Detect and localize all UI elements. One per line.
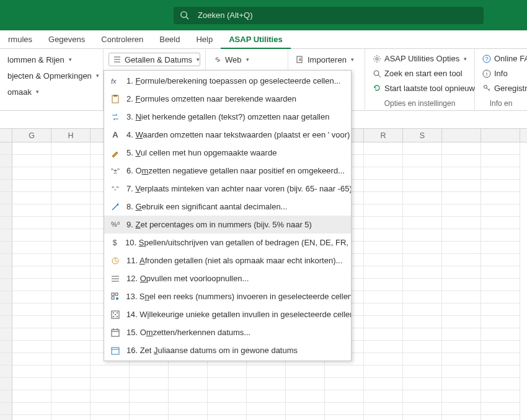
cell[interactable] — [91, 378, 130, 390]
cell[interactable] — [247, 378, 286, 390]
cell[interactable] — [481, 365, 520, 378]
cell[interactable] — [12, 341, 51, 353]
cell[interactable] — [51, 142, 91, 155]
cell[interactable] — [130, 365, 169, 378]
cell[interactable] — [169, 390, 208, 403]
cell[interactable] — [442, 142, 481, 155]
cell[interactable] — [12, 365, 51, 378]
cell[interactable] — [12, 192, 51, 204]
cell[interactable] — [51, 365, 91, 378]
cell[interactable] — [481, 378, 520, 390]
btn-kolommen-rijen[interactable]: lommen & Rijen▾ — [5, 53, 98, 66]
menu-item-1[interactable]: 2. Formules omzetten naar berekende waar… — [104, 90, 351, 108]
cell[interactable] — [481, 266, 520, 279]
cell[interactable] — [51, 403, 91, 415]
btn-start-laatste-tool[interactable]: Start laatste tool opnieuw — [370, 82, 469, 94]
cell[interactable] — [364, 403, 403, 415]
cell[interactable] — [0, 328, 12, 341]
cell[interactable] — [0, 217, 12, 229]
corner-cell[interactable] — [0, 129, 12, 142]
btn-info[interactable]: i Info — [480, 68, 522, 80]
cell[interactable] — [12, 142, 51, 155]
cell[interactable] — [442, 266, 481, 279]
cell[interactable] — [51, 254, 91, 266]
menu-item-9[interactable]: $10. Spellen/uitschrijven van getallen o… — [104, 234, 351, 252]
cell[interactable] — [403, 155, 442, 167]
cell[interactable] — [51, 204, 91, 217]
col-header[interactable]: H — [51, 129, 91, 142]
cell[interactable] — [247, 390, 286, 403]
cell[interactable] — [208, 365, 247, 378]
cell[interactable] — [481, 155, 520, 167]
cell[interactable] — [481, 353, 520, 365]
cell[interactable] — [481, 180, 520, 192]
cell[interactable] — [12, 390, 51, 403]
cell[interactable] — [12, 254, 51, 266]
cell[interactable] — [442, 155, 481, 167]
cell[interactable] — [481, 328, 520, 341]
cell[interactable] — [51, 192, 91, 204]
tab-formules[interactable]: rmules — [0, 30, 40, 49]
cell[interactable] — [481, 167, 520, 180]
cell[interactable] — [0, 341, 12, 353]
cell[interactable] — [481, 415, 520, 420]
cell[interactable] — [169, 378, 208, 390]
cell[interactable] — [208, 415, 247, 420]
menu-item-5[interactable]: "±"6. Omzetten negatieve getallen naar p… — [104, 162, 351, 180]
cell[interactable] — [364, 365, 403, 378]
cell[interactable] — [403, 229, 442, 242]
cell[interactable] — [403, 390, 442, 403]
cell[interactable] — [0, 365, 12, 378]
cell[interactable] — [51, 390, 91, 403]
cell[interactable] — [403, 304, 442, 316]
cell[interactable] — [442, 328, 481, 341]
search-box[interactable]: Zoeken (Alt+Q) — [174, 7, 484, 24]
cell[interactable] — [286, 365, 325, 378]
menu-item-11[interactable]: 12. Opvullen met voorloopnullen... — [104, 269, 351, 287]
cell[interactable] — [364, 291, 403, 304]
menu-item-3[interactable]: A4. Waarden omzetten naar tekstwaarden (… — [104, 126, 351, 144]
btn-objecten-opmerkingen[interactable]: bjecten & Opmerkingen▾ — [5, 69, 98, 82]
cell[interactable] — [51, 415, 91, 420]
menu-item-4[interactable]: 5. Vul cellen met hun opgemaakte waarde — [104, 144, 351, 162]
cell[interactable] — [442, 254, 481, 266]
cell[interactable] — [51, 304, 91, 316]
cell[interactable] — [12, 242, 51, 254]
cell[interactable] — [12, 217, 51, 229]
cell[interactable] — [481, 204, 520, 217]
menu-item-10[interactable]: 11. Afronden getallen (niet als opmaak m… — [104, 252, 351, 269]
cell[interactable] — [403, 254, 442, 266]
cell[interactable] — [442, 291, 481, 304]
menu-item-12[interactable]: 13. Snel een reeks (nummers) invoeren in… — [104, 287, 351, 305]
cell[interactable] — [364, 229, 403, 242]
cell[interactable] — [364, 180, 403, 192]
cell[interactable] — [442, 279, 481, 291]
cell[interactable] — [364, 304, 403, 316]
cell[interactable] — [208, 378, 247, 390]
cell[interactable] — [51, 291, 91, 304]
cell[interactable] — [364, 204, 403, 217]
cell[interactable] — [442, 415, 481, 420]
cell[interactable] — [403, 341, 442, 353]
cell[interactable] — [12, 328, 51, 341]
cell[interactable] — [12, 415, 51, 420]
cell[interactable] — [442, 192, 481, 204]
cell[interactable] — [91, 390, 130, 403]
btn-opmaak[interactable]: omaak▾ — [5, 85, 98, 98]
tab-gegevens[interactable]: Gegevens — [40, 30, 93, 49]
cell[interactable] — [325, 378, 364, 390]
cell[interactable] — [51, 279, 91, 291]
cell[interactable] — [403, 353, 442, 365]
menu-item-14[interactable]: 15. Omzetten/herkennen datums... — [104, 323, 351, 341]
cell[interactable] — [169, 403, 208, 415]
cell[interactable] — [12, 204, 51, 217]
tab-asap-utilities[interactable]: ASAP Utilities — [221, 30, 290, 49]
cell[interactable] — [442, 365, 481, 378]
menu-item-6[interactable]: "-"7. Verplaats minteken van achter naar… — [104, 180, 351, 198]
cell[interactable] — [169, 365, 208, 378]
btn-getallen-datums[interactable]: Getallen & Datums▾ — [108, 53, 200, 66]
cell[interactable] — [403, 291, 442, 304]
cell[interactable] — [169, 415, 208, 420]
cell[interactable] — [0, 229, 12, 242]
col-header[interactable] — [481, 129, 520, 142]
